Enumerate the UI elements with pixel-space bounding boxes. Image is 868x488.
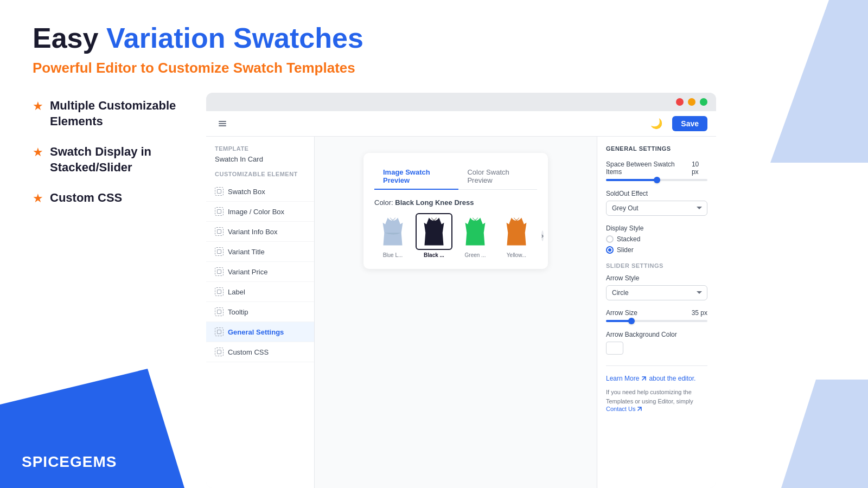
soldout-effect-label: SoldOut Effect (606, 190, 707, 197)
arrow-size-slider-fill (606, 320, 631, 322)
external-link-icon (641, 376, 647, 381)
arrow-bg-color-row (606, 342, 707, 355)
editor-main: Image Swatch Preview Color Swatch Previe… (315, 137, 597, 488)
star-icon-3: ★ (33, 191, 43, 206)
arrow-style-setting: Arrow Style Circle Square Arrow (606, 274, 707, 300)
arrow-size-slider[interactable] (606, 320, 707, 322)
sidebar-item-custom-css[interactable]: Custom CSS (206, 342, 314, 362)
toolbar-left (215, 116, 230, 131)
color-value-text: Black Long Knee Dress (395, 198, 474, 207)
spicegems-text: SPICEGEMS (22, 453, 117, 470)
color-label-text: Color: (374, 198, 395, 207)
tab-color-swatch-preview[interactable]: Color Swatch Preview (458, 164, 537, 190)
sidebar-label-image-color-box: Image / Color Box (228, 208, 284, 216)
sidebar-label-general-settings: General Settings (228, 328, 284, 336)
space-between-slider-fill (606, 179, 657, 181)
window-btn-red[interactable] (676, 98, 684, 106)
svg-rect-0 (219, 121, 226, 122)
swatches-nav-next[interactable]: › (541, 230, 544, 241)
space-between-slider-thumb[interactable] (654, 177, 660, 183)
title-plain: Easy (33, 22, 106, 54)
main-title: Easy Variation Swatches (33, 22, 835, 54)
contact-us-link[interactable]: Contact Us (606, 406, 707, 412)
space-between-value: 10 px (692, 160, 707, 176)
feature-item-1: ★ Multiple Customizable Elements (33, 98, 184, 129)
learn-more-suffix: about the editor. (649, 375, 695, 382)
window-btn-green[interactable] (700, 98, 707, 106)
template-name: Swatch In Card (206, 154, 314, 171)
arrow-style-select[interactable]: Circle Square Arrow (606, 285, 707, 300)
arrow-size-label-text: Arrow Size (606, 309, 637, 317)
radio-circle-slider (606, 246, 614, 254)
contact-external-link-icon (637, 406, 642, 412)
feature-item-2: ★ Swatch Display in Stacked/Slider (33, 144, 184, 175)
header: Easy Variation Swatches Powerful Editor … (33, 22, 835, 93)
editor-toolbar: 🌙 Save (206, 111, 716, 137)
sidebar-label-variant-title: Variant Title (228, 248, 265, 256)
arrow-size-slider-thumb[interactable] (628, 318, 635, 324)
sidebar-item-variant-info-box[interactable]: Variant Info Box (206, 222, 314, 242)
star-icon-1: ★ (33, 99, 43, 113)
radio-slider[interactable]: Slider (606, 246, 707, 254)
sidebar-item-variant-title[interactable]: Variant Title (206, 242, 314, 262)
feature-text-1: Multiple Customizable Elements (50, 98, 184, 129)
star-icon-2: ★ (33, 145, 43, 159)
sidebar-item-image-color-box[interactable]: Image / Color Box (206, 202, 314, 222)
arrow-style-label-text: Arrow Style (606, 274, 639, 282)
space-between-slider[interactable] (606, 179, 707, 181)
sidebar-item-swatch-box[interactable]: Swatch Box (206, 182, 314, 202)
feature-item-3: ★ Custom CSS (33, 190, 184, 206)
sidebar-label-label: Label (228, 288, 245, 296)
sidebar-label-custom-css: Custom CSS (228, 348, 269, 356)
expand-icon-variant-info-box (215, 227, 224, 236)
swatch-item-green[interactable]: Green ... (457, 213, 494, 258)
expand-icon-image-color-box (215, 207, 224, 216)
settings-footer: Learn More about the editor. If you need… (606, 365, 707, 412)
display-style-setting: Display Style Stacked Slider (606, 224, 707, 254)
radio-label-slider: Slider (617, 246, 634, 254)
swatch-img-green (457, 213, 494, 250)
display-style-label: Display Style (606, 224, 707, 232)
svg-rect-1 (219, 123, 226, 124)
soldout-effect-select[interactable]: Grey Out Cross Out None (606, 201, 707, 216)
swatch-item-yellow[interactable]: Yellow... (498, 213, 535, 258)
arrow-bg-color-swatch[interactable] (606, 342, 623, 355)
arrow-bg-color-setting: Arrow Background Color (606, 331, 707, 355)
soldout-effect-label-text: SoldOut Effect (606, 190, 648, 197)
save-button[interactable]: Save (672, 116, 707, 131)
sidebar-label-swatch-box: Swatch Box (228, 188, 265, 196)
swatch-item-black[interactable]: Black ... (416, 213, 452, 258)
tab-image-swatch-preview[interactable]: Image Swatch Preview (374, 164, 458, 190)
title-highlight: Variation Swatches (106, 22, 363, 54)
radio-label-stacked: Stacked (617, 235, 640, 243)
spicegems-logo: SPICEGEMS (22, 453, 117, 471)
sidebar-label-variant-info-box: Variant Info Box (228, 228, 278, 236)
space-between-label-text: Space Between Swatch Items (606, 160, 692, 176)
sidebar-item-general-settings[interactable]: General Settings (206, 322, 314, 342)
preview-color-label: Color: Black Long Knee Dress (374, 198, 537, 207)
editor-window: 🌙 Save Template Swatch In Card CUSTOMIZA… (206, 93, 716, 488)
radio-stacked[interactable]: Stacked (606, 235, 707, 243)
arrow-bg-color-label-text: Arrow Background Color (606, 331, 677, 338)
swatch-label-black: Black ... (424, 252, 444, 258)
expand-icon-swatch-box (215, 187, 224, 196)
learn-more-text: Learn More (606, 375, 639, 382)
swatch-item-blue[interactable]: Blue L... (374, 213, 411, 258)
learn-more-link[interactable]: Learn More about the editor. (606, 375, 707, 382)
swatches-row: Blue L... Black ... (374, 213, 537, 258)
toolbar-right: 🌙 Save (646, 115, 707, 132)
sidebar-item-variant-price[interactable]: Variant Price (206, 262, 314, 282)
window-btn-yellow[interactable] (688, 98, 695, 106)
expand-icon-variant-price (215, 267, 224, 276)
swatch-img-yellow (498, 213, 535, 250)
menu-icon[interactable] (215, 116, 230, 131)
slider-settings-label: SLIDER SETTINGS (606, 262, 707, 269)
swatch-label-green: Green ... (465, 252, 486, 258)
arrow-size-value: 35 px (692, 309, 707, 317)
swatch-img-black (416, 213, 452, 250)
sidebar-item-tooltip[interactable]: Tooltip (206, 302, 314, 322)
sidebar-item-label[interactable]: Label (206, 282, 314, 302)
dark-mode-button[interactable]: 🌙 (646, 115, 667, 132)
arrow-bg-color-label: Arrow Background Color (606, 331, 707, 338)
swatch-img-blue (374, 213, 411, 250)
